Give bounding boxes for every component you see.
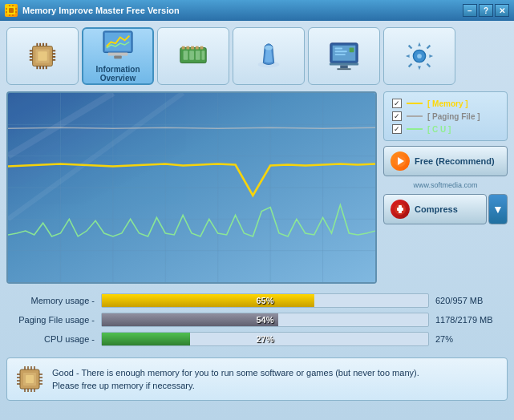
free-icon <box>391 151 410 171</box>
svg-rect-39 <box>186 46 189 50</box>
monitor-icon <box>328 40 360 72</box>
legend-cpu: ✓ [ C U ] <box>392 124 499 134</box>
cpu-usage-right: 27% <box>435 334 508 344</box>
svg-rect-31 <box>108 53 128 56</box>
svg-rect-32 <box>114 55 122 59</box>
memory-line-sample <box>407 103 423 104</box>
content-area: ✓ [ Memory ] ✓ [ Paging File ] ✓ [ C U ] <box>6 91 508 284</box>
memory-label: [ Memory ] <box>427 99 468 108</box>
free-button-label: Free (Recommend) <box>415 156 495 166</box>
paging-usage-bar: 54% <box>101 313 429 327</box>
status-text-line1: Good - There is enough memory for you to… <box>52 368 419 378</box>
legend-box: ✓ [ Memory ] ✓ [ Paging File ] ✓ [ C U ] <box>383 91 508 141</box>
legend-memory: ✓ [ Memory ] <box>392 99 499 108</box>
chip-icon <box>26 40 59 72</box>
svg-rect-1 <box>9 8 14 13</box>
svg-rect-37 <box>201 50 204 59</box>
softmedia-link: www.softmedia.com <box>383 181 508 189</box>
cpu-usage-label: CPU usage - <box>6 334 95 344</box>
paging-label: [ Paging File ] <box>427 112 480 121</box>
svg-rect-53 <box>350 48 354 53</box>
svg-rect-34 <box>184 50 188 59</box>
toolbar: InformationOverview <box>6 27 508 85</box>
title-bar: Memory Improve Master Free Version − ? ✕ <box>0 0 514 21</box>
close-button[interactable]: ✕ <box>495 4 509 17</box>
memory-checkbox[interactable]: ✓ <box>392 99 402 108</box>
paging-usage-row: Paging File usage - 54% 1178/2179 MB <box>6 313 508 327</box>
help-button[interactable]: ? <box>479 4 493 17</box>
svg-rect-38 <box>182 46 185 50</box>
cpu-usage-fill <box>102 333 190 345</box>
cpu-line-sample <box>407 128 423 130</box>
memory-usage-right: 620/957 MB <box>435 296 508 305</box>
title-bar-left: Memory Improve Master Free Version <box>5 4 180 17</box>
compress-dropdown-arrow[interactable]: ▼ <box>488 194 508 224</box>
svg-rect-52 <box>335 54 346 55</box>
svg-rect-49 <box>337 68 350 70</box>
cpu-usage-row: CPU usage - 27% 27% <box>6 332 508 346</box>
svg-rect-36 <box>196 50 200 59</box>
svg-rect-40 <box>191 46 194 50</box>
toolbar-btn-clean[interactable] <box>233 27 305 85</box>
svg-rect-48 <box>340 65 348 68</box>
svg-rect-30 <box>105 33 131 51</box>
toolbar-btn-monitor[interactable] <box>308 27 380 85</box>
paging-checkbox[interactable]: ✓ <box>392 111 402 121</box>
svg-rect-50 <box>335 48 343 50</box>
title-controls: − ? ✕ <box>463 4 509 17</box>
memory-usage-bar: 65% <box>101 293 429 308</box>
paging-usage-right: 1178/2179 MB <box>435 315 508 325</box>
compress-button[interactable]: Compress <box>383 194 487 224</box>
app-icon <box>5 4 18 17</box>
clean-icon <box>253 40 285 72</box>
chart-icon <box>102 30 134 62</box>
legend-paging: ✓ [ Paging File ] <box>392 111 499 121</box>
memory-chip-icon <box>177 40 209 72</box>
softmedia-text: www.softmedia.com <box>413 181 477 189</box>
svg-rect-92 <box>26 375 34 383</box>
free-recommend-button[interactable]: Free (Recommend) <box>383 146 508 176</box>
chart-container <box>6 91 377 284</box>
svg-point-44 <box>265 46 273 50</box>
cpu-usage-bar: 27% <box>101 332 429 346</box>
status-chip-icon <box>15 365 44 394</box>
svg-rect-73 <box>399 205 402 213</box>
status-message: Good - There is enough memory for you to… <box>52 366 419 393</box>
right-panel: ✓ [ Memory ] ✓ [ Paging File ] ✓ [ C U ] <box>383 91 508 284</box>
main-container: InformationOverview <box>0 21 514 420</box>
cpu-label: [ C U ] <box>427 125 451 134</box>
svg-rect-47 <box>330 63 358 66</box>
svg-rect-42 <box>200 46 204 50</box>
svg-rect-35 <box>189 50 194 59</box>
cpu-usage-pct: 27% <box>256 334 273 344</box>
memory-usage-label: Memory usage - <box>6 296 95 305</box>
paging-usage-fill <box>102 313 278 326</box>
progress-section: Memory usage - 65% 620/957 MB Paging Fil… <box>6 290 508 354</box>
toolbar-btn-info-label: InformationOverview <box>96 65 140 83</box>
memory-usage-row: Memory usage - 65% 620/957 MB <box>6 293 508 308</box>
paging-line-sample <box>407 115 423 117</box>
svg-rect-28 <box>38 51 47 60</box>
svg-rect-41 <box>196 46 199 50</box>
settings-icon <box>403 40 435 72</box>
toolbar-btn-memory[interactable] <box>157 27 229 85</box>
performance-chart <box>8 93 375 282</box>
compress-button-label: Compress <box>415 204 458 214</box>
toolbar-btn-settings[interactable] <box>383 27 455 85</box>
app-title: Memory Improve Master Free Version <box>22 6 180 15</box>
memory-usage-fill <box>102 294 314 307</box>
compress-icon <box>391 200 410 219</box>
status-text-line2: Please free up memory if necessary. <box>52 381 195 390</box>
minimize-button[interactable]: − <box>463 4 477 17</box>
cpu-checkbox[interactable]: ✓ <box>392 124 402 134</box>
svg-rect-51 <box>335 50 347 52</box>
paging-usage-label: Paging File usage - <box>6 315 95 325</box>
status-bar: Good - There is enough memory for you to… <box>6 357 508 401</box>
toolbar-btn-info[interactable]: InformationOverview <box>82 27 154 85</box>
toolbar-btn-chip[interactable] <box>6 27 79 85</box>
svg-point-55 <box>417 54 422 59</box>
compress-button-group: Compress ▼ <box>383 194 508 224</box>
